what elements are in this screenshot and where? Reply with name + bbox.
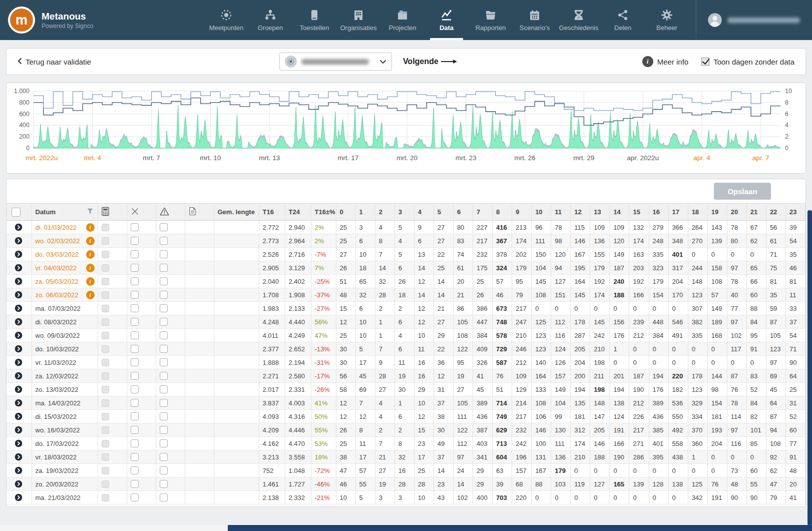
expand-day-icon[interactable] (10, 277, 32, 285)
expand-day-icon[interactable] (10, 318, 32, 326)
warning-checkbox[interactable] (160, 277, 168, 285)
info-icon[interactable]: i (86, 291, 95, 299)
calculate-checkbox[interactable] (102, 413, 109, 420)
exclude-checkbox[interactable] (131, 237, 139, 245)
app-logo[interactable]: m Metanous Powered by Signco (0, 7, 93, 34)
warning-checkbox[interactable] (160, 345, 168, 353)
warning-checkbox[interactable] (160, 318, 168, 326)
horizontal-scrollbar-thumb[interactable] (228, 525, 812, 531)
warning-checkbox[interactable] (160, 264, 168, 272)
vertical-scrollbar[interactable] (807, 210, 812, 525)
expand-day-icon[interactable] (10, 453, 32, 461)
nav-item-meetpunten[interactable]: Meetpunten (204, 0, 248, 40)
expand-day-icon[interactable] (10, 358, 32, 366)
calculate-checkbox[interactable] (102, 359, 109, 366)
warning-checkbox[interactable] (160, 466, 168, 474)
next-button[interactable]: Volgende (403, 57, 454, 66)
expand-day-icon[interactable] (10, 237, 32, 245)
calculate-checkbox[interactable] (102, 399, 109, 407)
nav-item-scenario-s[interactable]: Scenario's (513, 0, 557, 40)
calculate-checkbox[interactable] (102, 440, 109, 447)
expand-day-icon[interactable] (10, 385, 32, 393)
calculate-checkbox[interactable] (102, 251, 109, 258)
calculate-checkbox[interactable] (102, 237, 109, 245)
expand-day-icon[interactable] (10, 439, 32, 447)
warning-checkbox[interactable] (160, 223, 168, 231)
info-icon[interactable]: i (86, 250, 95, 259)
warning-checkbox[interactable] (160, 291, 168, 299)
warning-checkbox[interactable] (160, 250, 168, 258)
exclude-checkbox[interactable] (131, 439, 139, 447)
expand-day-icon[interactable] (10, 250, 32, 258)
exclude-checkbox[interactable] (131, 291, 139, 299)
exclude-checkbox[interactable] (131, 385, 139, 393)
expand-day-icon[interactable] (10, 304, 32, 312)
expand-day-icon[interactable] (10, 480, 32, 488)
expand-day-icon[interactable] (10, 345, 32, 353)
exclude-checkbox[interactable] (131, 331, 139, 339)
exclude-checkbox[interactable] (131, 264, 139, 272)
warning-checkbox[interactable] (160, 412, 168, 420)
exclude-checkbox[interactable] (131, 453, 139, 461)
calculate-checkbox[interactable] (102, 426, 109, 434)
calculate-checkbox[interactable] (102, 480, 109, 488)
info-icon[interactable]: i (86, 223, 95, 232)
nav-item-organisaties[interactable]: Organisaties (336, 0, 380, 40)
expand-day-icon[interactable] (10, 466, 32, 474)
calculate-checkbox[interactable] (102, 291, 109, 299)
warning-checkbox[interactable] (160, 453, 168, 461)
warning-checkbox[interactable] (160, 237, 168, 245)
select-all-checkbox[interactable] (12, 208, 21, 217)
exclude-checkbox[interactable] (131, 372, 139, 380)
exclude-checkbox[interactable] (131, 345, 139, 353)
exclude-checkbox[interactable] (131, 277, 139, 285)
show-days-checkbox[interactable] (701, 58, 709, 66)
exclude-checkbox[interactable] (131, 426, 139, 434)
info-icon[interactable]: i (86, 237, 95, 245)
nav-item-data[interactable]: Data (425, 0, 469, 40)
exclude-checkbox[interactable] (131, 358, 139, 366)
calculate-checkbox[interactable] (102, 264, 109, 272)
exclude-checkbox[interactable] (131, 480, 139, 488)
warning-checkbox[interactable] (160, 493, 168, 501)
save-button[interactable]: Opslaan (714, 183, 771, 200)
expand-day-icon[interactable] (10, 426, 32, 434)
info-icon[interactable]: i (86, 264, 95, 272)
calculate-checkbox[interactable] (102, 305, 109, 312)
more-info-button[interactable]: i Meer info (642, 56, 689, 67)
nav-item-rapporten[interactable]: Rapporten (469, 0, 513, 40)
exclude-checkbox[interactable] (131, 223, 139, 231)
warning-checkbox[interactable] (160, 372, 168, 380)
warning-checkbox[interactable] (160, 399, 168, 407)
expand-day-icon[interactable] (10, 291, 32, 299)
calculate-checkbox[interactable] (102, 494, 109, 501)
calculate-checkbox[interactable] (102, 332, 109, 339)
expand-day-icon[interactable] (10, 399, 32, 407)
calculate-checkbox[interactable] (102, 453, 109, 461)
warning-checkbox[interactable] (160, 304, 168, 312)
expand-day-icon[interactable] (10, 372, 32, 380)
calculate-checkbox[interactable] (102, 386, 109, 393)
expand-day-icon[interactable] (10, 493, 32, 501)
exclude-checkbox[interactable] (131, 399, 139, 407)
back-to-validation-link[interactable]: Terug naar validatie (18, 58, 91, 66)
measuring-point-select[interactable] (279, 53, 392, 71)
expand-day-icon[interactable] (10, 264, 32, 272)
calculate-checkbox[interactable] (102, 278, 109, 285)
nav-item-toestellen[interactable]: Toestellen (292, 0, 336, 40)
expand-day-icon[interactable] (10, 331, 32, 339)
calculate-checkbox[interactable] (102, 318, 109, 326)
exclude-checkbox[interactable] (131, 493, 139, 501)
calculate-checkbox[interactable] (102, 345, 109, 353)
nav-item-projecten[interactable]: Projecten (380, 0, 425, 40)
nav-item-geschiedenis[interactable]: Geschiedenis (557, 0, 601, 40)
calculate-checkbox[interactable] (102, 224, 109, 231)
filter-icon[interactable] (87, 208, 94, 216)
calculate-checkbox[interactable] (102, 467, 109, 474)
exclude-checkbox[interactable] (131, 304, 139, 312)
info-icon[interactable]: i (86, 277, 95, 286)
warning-checkbox[interactable] (160, 426, 168, 434)
warning-checkbox[interactable] (160, 385, 168, 393)
nav-item-groepen[interactable]: Groepen (248, 0, 292, 40)
warning-checkbox[interactable] (160, 358, 168, 366)
